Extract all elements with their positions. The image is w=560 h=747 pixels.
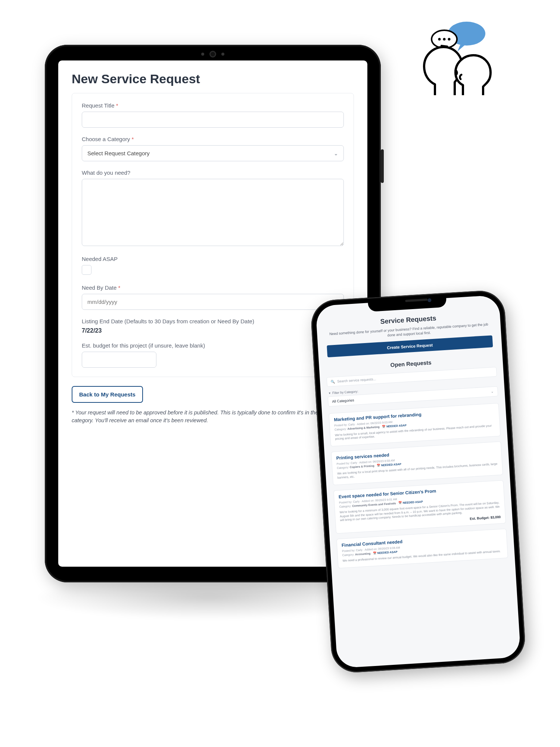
field-description: What do you need? (82, 169, 344, 248)
need-by-date-input[interactable] (82, 294, 344, 310)
field-listing-end: Listing End Date (Defaults to 30 Days fr… (82, 318, 344, 334)
form-footnote: * Your request will need to be approved … (72, 409, 354, 424)
requests-list: Marketing and PR support for rebrandingP… (329, 403, 508, 568)
needed-asap-checkbox[interactable] (82, 265, 91, 275)
calendar-icon: 📅 (373, 551, 377, 555)
label-description: What do you need? (82, 169, 344, 176)
request-title-input[interactable] (82, 112, 344, 128)
field-budget: Est. budget for this project (if unsure,… (82, 342, 344, 368)
filter-icon: ▾ (329, 391, 331, 395)
category-select[interactable]: Select Request Category ⌄ (82, 145, 344, 161)
request-card[interactable]: Printing services neededPosted by: Carly… (331, 441, 503, 485)
search-placeholder: Search service requests... (337, 377, 376, 383)
label-need-by-date: Need By Date * (82, 284, 344, 291)
label-budget: Est. budget for this project (if unsure,… (82, 342, 344, 349)
chevron-down-icon: ⌄ (491, 389, 494, 393)
needed-asap-badge: NEEDED ASAP (377, 550, 397, 555)
back-button[interactable]: Back to My Requests (72, 386, 143, 403)
needed-asap-badge: NEEDED ASAP (381, 463, 401, 467)
phone-screen: Service Requests Need something done for… (315, 295, 521, 668)
calendar-icon: 📅 (398, 501, 402, 505)
category-select-value: Select Request Category (87, 150, 150, 156)
label-needed-asap: Needed ASAP (82, 256, 344, 262)
field-need-by-date: Need By Date * (82, 284, 344, 310)
chevron-down-icon: ⌄ (334, 150, 338, 156)
field-category: Choose a Category * Select Request Categ… (82, 136, 344, 161)
search-icon: 🔍 (331, 380, 335, 384)
phone-frame: Service Requests Need something done for… (310, 289, 526, 674)
label-request-title: Request Title * (82, 102, 344, 109)
svg-point-3 (443, 38, 446, 41)
needed-asap-badge: NEEDED ASAP (403, 500, 423, 504)
calendar-icon: 📅 (382, 425, 386, 429)
filter-value: All Categories (332, 398, 354, 404)
page-title: New Service Request (72, 72, 354, 86)
budget-input[interactable] (82, 352, 156, 368)
svg-point-2 (438, 38, 441, 41)
form-button-row: Back to My Requests Submit (72, 386, 354, 403)
request-card[interactable]: Financial Consultant neededPosted by: Ca… (336, 529, 508, 568)
svg-point-4 (448, 38, 451, 41)
chat-heads-icon (399, 19, 497, 102)
tablet-camera-bar (201, 51, 224, 57)
field-request-title: Request Title * (82, 102, 344, 128)
description-textarea[interactable] (82, 179, 344, 246)
request-card[interactable]: Marketing and PR support for rebrandingP… (329, 403, 501, 446)
listing-end-value: 7/22/23 (82, 327, 344, 334)
calendar-icon: 📅 (377, 464, 381, 467)
needed-asap-badge: NEEDED ASAP (386, 423, 407, 428)
label-category: Choose a Category * (82, 136, 344, 142)
request-card[interactable]: Event space needed for Senior Citizen's … (333, 480, 506, 534)
field-needed-asap: Needed ASAP (82, 256, 344, 276)
label-listing-end: Listing End Date (Defaults to 30 Days fr… (82, 318, 344, 324)
